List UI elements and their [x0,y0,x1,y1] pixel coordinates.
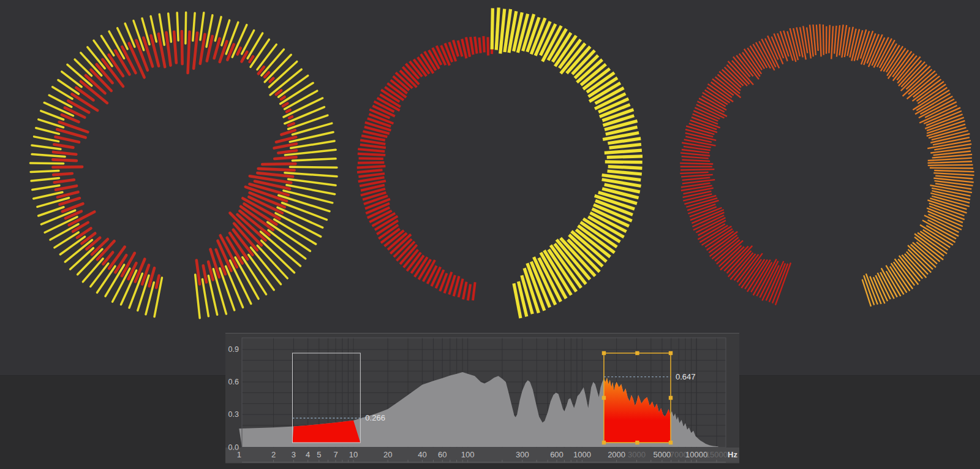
x-tick-label: 40 [418,450,426,459]
x-tick-label: 300 [516,450,529,459]
selection-handle[interactable] [635,441,639,444]
y-tick-label: 0.9 [228,345,239,354]
value-label-high-band: 0.647 [676,372,696,381]
app-window: 0.2660.647123457102040601003006001000200… [0,0,980,469]
x-tick-label: 5000 [653,450,671,459]
selection-handle[interactable] [669,396,673,400]
x-tick-label: 100 [461,450,475,459]
selection-handle[interactable] [602,441,606,444]
x-tick-label: 4 [306,450,310,459]
x-tick-label: 10 [349,450,358,459]
selection-handle[interactable] [669,351,673,355]
x-tick-label: 3 [292,450,296,459]
x-tick-label: 20 [383,450,392,459]
x-tick-label: 15000 [706,450,728,459]
x-tick-label: 2 [271,450,276,459]
x-axis-unit-label: Hz [728,450,737,459]
spectrum-analyzer-chart: 0.2660.647123457102040601003006001000200… [0,0,980,469]
x-tick-label: 600 [550,450,564,459]
selection-handle[interactable] [635,351,639,355]
value-label-low-band: 0.266 [365,413,385,422]
selection-handle[interactable] [669,441,673,444]
x-tick-label: 5 [317,450,321,459]
x-tick-label: 3000 [628,450,646,459]
selection-handle[interactable] [602,351,606,355]
y-tick-label: 0.0 [228,443,239,452]
x-tick-label: 2000 [608,450,625,459]
x-tick-label: 10000 [685,450,707,459]
x-tick-label: 1000 [573,450,591,459]
selection-handle[interactable] [602,396,606,400]
x-tick-label: 7 [333,450,337,459]
y-tick-label: 0.3 [228,410,239,419]
x-tick-label: 60 [438,450,447,459]
y-tick-label: 0.6 [228,378,239,386]
